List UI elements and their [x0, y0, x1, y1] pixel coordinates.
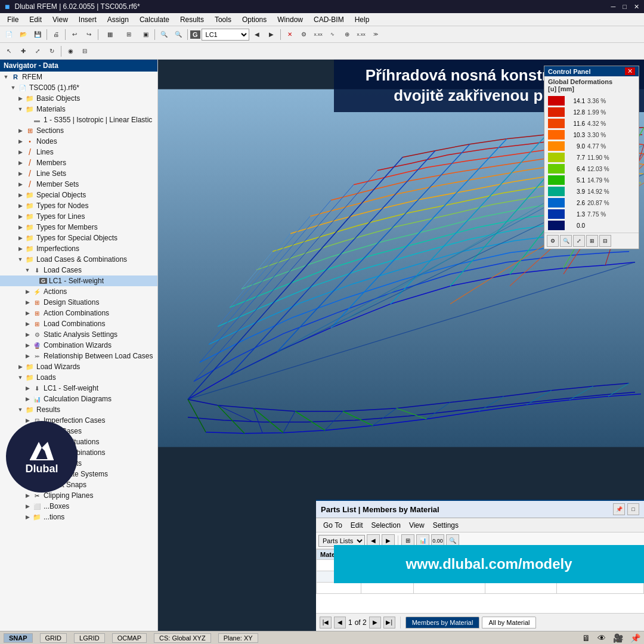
zoom-in[interactable]: 🔍	[157, 28, 171, 41]
toggle-static-settings[interactable]: ▶	[24, 331, 31, 338]
toggle-load-comb[interactable]: ▶	[24, 320, 31, 327]
tree-item-loads-lc1[interactable]: ▶ ⬇ LC1 - Self-weight	[0, 383, 157, 394]
move-btn[interactable]: ⤢	[31, 45, 44, 58]
toggle-tions[interactable]: ▶	[24, 513, 31, 521]
toggle-file[interactable]: ▼	[10, 84, 17, 91]
status-plane[interactable]: Plane: XY	[218, 633, 258, 643]
menu-help[interactable]: Help	[350, 14, 374, 25]
toggle-lines[interactable]: ▶	[17, 148, 24, 156]
extra2-btn[interactable]: ⊕	[340, 28, 354, 41]
tree-item-calc-diagrams[interactable]: ▶ 📊 Calculation Diagrams	[0, 394, 157, 404]
tree-item-special[interactable]: ▶ 📁 Special Objects	[0, 190, 157, 200]
redo-btn[interactable]: ↪	[82, 28, 95, 41]
toggle-lcc[interactable]: ▼	[17, 256, 24, 263]
status-snap[interactable]: SNAP	[4, 633, 33, 643]
toggle-types-members[interactable]: ▶	[17, 224, 24, 231]
menu-tools[interactable]: Tools	[210, 14, 236, 25]
toggle-loadcases[interactable]: ▼	[24, 267, 31, 274]
toggle-members[interactable]: ▶	[17, 159, 24, 166]
menu-view[interactable]: View	[48, 14, 73, 25]
control-panel-close-btn[interactable]: ✕	[625, 67, 635, 75]
save-btn[interactable]: 💾	[31, 28, 44, 41]
cursor-btn[interactable]: ↖	[2, 45, 16, 58]
prev-page-btn[interactable]: ◀	[334, 617, 346, 628]
tree-item-load-comb[interactable]: ▶ ⊞ Load Combinations	[0, 318, 157, 329]
status-lgrid[interactable]: LGRID	[74, 633, 105, 643]
tree-item-lcc[interactable]: ▼ 📁 Load Cases & Combinations	[0, 254, 157, 265]
toggle-loads[interactable]: ▼	[17, 374, 24, 381]
lc-selector[interactable]: LC1	[202, 29, 249, 41]
toggle-linesets[interactable]: ▶	[17, 170, 24, 177]
parts-menu-selection[interactable]: Selection	[368, 521, 404, 530]
rotate-btn[interactable]: ↻	[45, 45, 58, 58]
view1[interactable]: ▦	[101, 28, 119, 41]
tree-item-membersets[interactable]: ▶ / Member Sets	[0, 179, 157, 190]
tab-members-by-material[interactable]: Members by Material	[405, 617, 480, 628]
parts-pin-btn[interactable]: 📌	[613, 503, 625, 515]
toggle-materials[interactable]: ▼	[17, 106, 24, 113]
toggle-load-wizards[interactable]: ▶	[17, 363, 24, 370]
parts-menu-view[interactable]: View	[405, 521, 428, 530]
tree-item-imperf-cases[interactable]: ▶ ⊡ Imperfection Cases	[0, 415, 157, 426]
menu-file[interactable]: File	[2, 14, 23, 25]
maximize-btn[interactable]: □	[623, 3, 627, 11]
tree-item-sections[interactable]: ▶ ⊞ Sections	[0, 125, 157, 136]
cp-expand-btn[interactable]: ⤢	[573, 235, 585, 247]
minimize-btn[interactable]: ─	[611, 3, 616, 11]
tree-item-types-special[interactable]: ▶ 📁 Types for Special Objects	[0, 233, 157, 243]
menu-cadbim[interactable]: CAD-BIM	[309, 14, 349, 25]
parts-menu-edit[interactable]: Edit	[347, 521, 367, 530]
prev-result[interactable]: ◀	[250, 28, 264, 41]
menu-options[interactable]: Options	[237, 14, 271, 25]
tree-item-types-members[interactable]: ▶ 📁 Types for Members	[0, 222, 157, 233]
toggle-loads-lc1[interactable]: ▶	[24, 385, 31, 392]
toggle-clip[interactable]: ▶	[24, 492, 31, 499]
next-result[interactable]: ▶	[265, 28, 278, 41]
tree-item-relation[interactable]: ▶ ⤔ Relationship Between Load Cases	[0, 351, 157, 361]
tree-item-imperfections[interactable]: ▶ 📁 Imperfections	[0, 243, 157, 254]
cp-settings-btn[interactable]: ⚙	[547, 235, 559, 247]
tree-item-static-settings[interactable]: ▶ ⚙ Static Analysis Settings	[0, 329, 157, 340]
toggle-basic[interactable]: ▶	[17, 95, 24, 102]
cp-zoom-btn[interactable]: 🔍	[560, 235, 572, 247]
settings-btn[interactable]: ⚙	[298, 28, 311, 41]
toggle-nodes[interactable]: ▶	[17, 138, 24, 145]
tree-item-types-lines[interactable]: ▶ 📁 Types for Lines	[0, 211, 157, 222]
tree-item-nodes[interactable]: ▶ • Nodes	[0, 136, 157, 147]
view3[interactable]: ▣	[139, 28, 152, 41]
tree-item-loads[interactable]: ▼ 📁 Loads	[0, 372, 157, 383]
toggle-actions[interactable]: ▶	[24, 288, 31, 295]
toggle-sections[interactable]: ▶	[17, 127, 24, 134]
tree-item-loadcases[interactable]: ▼ ⬇ Load Cases	[0, 265, 157, 275]
toggle-rfem[interactable]: ▼	[2, 73, 10, 80]
tree-item-materials[interactable]: ▼ 📁 Materials	[0, 104, 157, 114]
toggle-special[interactable]: ▶	[17, 191, 24, 199]
parts-max-btn[interactable]: □	[627, 503, 639, 515]
tree-item-linesets[interactable]: ▶ / Line Sets	[0, 168, 157, 179]
cp-grid-btn[interactable]: ⊞	[586, 235, 598, 247]
cp-extra-btn[interactable]: ⊟	[599, 235, 611, 247]
tree-item-design-sit[interactable]: ▶ ⊞ Design Situations	[0, 297, 157, 308]
tree-item-actions[interactable]: ▶ ⚡ Actions	[0, 286, 157, 297]
toggle-membersets[interactable]: ▶	[17, 181, 24, 188]
tree-item-s355[interactable]: ▬ 1 - S355 | Isotropic | Linear Elastic	[0, 114, 157, 125]
parts-menu-settings[interactable]: Settings	[429, 521, 462, 530]
close-btn[interactable]: ✕	[634, 3, 639, 11]
extra-btn[interactable]: ∿	[326, 28, 339, 41]
cross-btn[interactable]: ✚	[17, 45, 30, 58]
toggle-wizards[interactable]: ▶	[24, 342, 31, 349]
toggle-action-comb[interactable]: ▶	[24, 309, 31, 317]
display-btn[interactable]: ◉	[64, 45, 77, 58]
title-bar-controls[interactable]: ─ □ ✕	[611, 3, 639, 11]
tree-item-results[interactable]: ▼ 📁 Results	[0, 404, 157, 415]
menu-insert[interactable]: Insert	[74, 14, 101, 25]
extra3-btn[interactable]: x.xx	[355, 28, 368, 41]
menu-window[interactable]: Window	[273, 14, 308, 25]
last-page-btn[interactable]: ▶|	[383, 617, 395, 628]
next-page-btn[interactable]: ▶	[369, 617, 381, 628]
toggle-types-special[interactable]: ▶	[17, 234, 24, 242]
menu-assign[interactable]: Assign	[103, 14, 134, 25]
tree-item-clip[interactable]: ▶ ✂ Clipping Planes	[0, 490, 157, 501]
tree-item-lines[interactable]: ▶ / Lines	[0, 147, 157, 157]
menu-calculate[interactable]: Calculate	[135, 14, 174, 25]
